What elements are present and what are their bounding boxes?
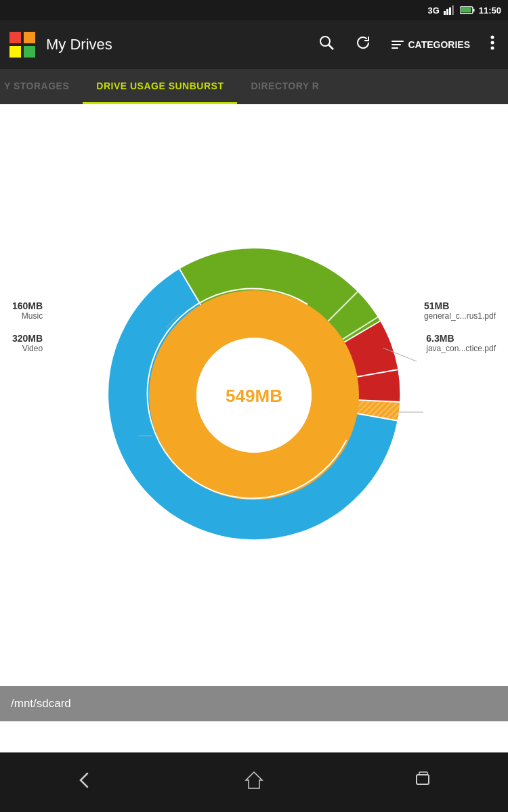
svg-rect-2 [449,7,451,15]
filter-icon [391,41,404,49]
video-size: 320MB [12,333,43,344]
current-path: /mnt/sdcard [11,697,71,710]
refresh-button[interactable] [350,29,377,60]
navigation-bar [0,752,508,812]
svg-rect-8 [24,32,35,43]
status-bar: 3G 11:50 [0,0,508,20]
svg-rect-3 [452,5,454,15]
main-content: 160MB Music 320MB Video 51MB general_c..… [0,104,508,781]
music-label: 160MB Music [12,300,43,321]
video-label: 320MB Video [12,333,43,353]
svg-rect-10 [24,46,35,58]
tab-directory[interactable]: DIRECTORY R [237,69,323,104]
music-size: 160MB [12,300,43,311]
svg-marker-34 [246,772,262,788]
tab-drive-usage[interactable]: DRIVE USAGE SUNBURST [83,69,237,104]
recents-button[interactable] [412,769,434,796]
svg-rect-5 [473,9,474,12]
network-indicator: 3G [427,5,439,16]
signal-icon [444,5,456,15]
svg-point-11 [320,37,330,46]
svg-rect-6 [461,8,471,13]
tab-storages[interactable]: Y STORAGES [0,69,83,104]
path-bar: /mnt/sdcard [0,686,508,721]
svg-point-15 [491,47,494,50]
svg-rect-35 [417,775,429,784]
svg-rect-1 [446,9,448,15]
back-button[interactable] [74,769,96,796]
svg-point-14 [491,41,494,45]
app-logo [8,30,37,59]
categories-label: CATEGORIES [408,39,470,50]
video-name: Video [12,344,43,353]
music-name: Music [12,311,43,321]
svg-rect-7 [9,32,21,43]
tab-bar: Y STORAGES DRIVE USAGE SUNBURST DIRECTOR… [0,69,508,104]
sunburst-chart[interactable]: 549MB [58,199,450,591]
svg-rect-36 [419,772,427,775]
more-options-button[interactable] [485,29,500,60]
time-display: 11:50 [479,5,501,16]
app-bar: My Drives CATEGORIES [0,20,508,69]
center-label: 549MB [226,386,282,406]
chart-area[interactable]: 160MB Music 320MB Video 51MB general_c..… [0,104,508,686]
svg-line-12 [329,45,333,49]
app-title: My Drives [46,36,303,53]
battery-icon [460,6,475,14]
search-button[interactable] [313,29,340,60]
svg-rect-0 [444,11,446,15]
home-button[interactable] [243,769,265,796]
svg-point-13 [491,36,494,39]
svg-rect-9 [9,46,21,58]
categories-button[interactable]: CATEGORIES [386,35,475,54]
